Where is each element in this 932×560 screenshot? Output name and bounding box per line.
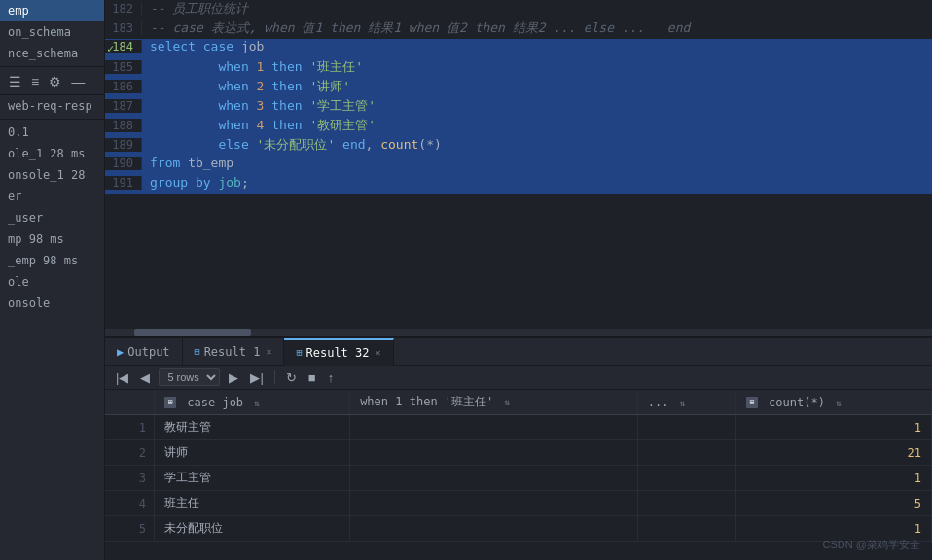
code-line-185: 185 when 1 then '班主任' <box>105 58 932 78</box>
cell-case-job-1: 讲师 <box>155 440 350 466</box>
line-content-189[interactable]: else '未分配职位' end, count(*) <box>142 136 932 154</box>
line-content-184[interactable]: select case job <box>142 39 932 53</box>
editor-scrollbar[interactable] <box>105 329 932 336</box>
line-num-191: 191 <box>105 176 142 190</box>
tab-result32[interactable]: ⊞ Result 32 ✕ <box>284 338 393 366</box>
sidebar-item-on-schema[interactable]: on_schema <box>0 21 104 43</box>
sidebar: emp on_schema nce_schema ☰ ≡ ⚙ — web-req… <box>0 0 105 560</box>
sidebar-item-ole1[interactable]: ole_1 28 ms <box>0 143 104 164</box>
code-line-182: 182 -- 员工职位统计 <box>105 0 932 19</box>
stop-btn[interactable]: ■ <box>305 369 319 386</box>
th-when[interactable]: when 1 then '班主任' ⇅ <box>350 390 638 415</box>
line-content-188[interactable]: when 4 then '教研主管' <box>142 117 932 134</box>
result1-icon: ⊞ <box>195 346 200 357</box>
results-table: ⊞ case job ⇅ when 1 then '班主任' ⇅ ... ⇅ <box>105 390 932 560</box>
cell-when-0 <box>350 415 638 440</box>
sort-icon-dots[interactable]: ⇅ <box>680 398 686 408</box>
th-count-icon: ⊞ <box>746 397 758 408</box>
sidebar-item-emp[interactable]: _emp 98 ms <box>0 250 104 271</box>
code-line-191: 191 group by job; <box>105 175 932 194</box>
sidebar-divider-1 <box>0 66 104 67</box>
cell-row-num-4: 5 <box>105 516 155 542</box>
cell-row-num-1: 2 <box>105 440 155 466</box>
code-line-190: 190 from tb_emp <box>105 156 932 175</box>
sidebar-toolbar: ☰ ≡ ⚙ — <box>0 69 104 95</box>
cell-when-1 <box>350 440 638 466</box>
sidebar-item-mp[interactable]: mp 98 ms <box>0 228 104 250</box>
sidebar-item-onsole[interactable]: onsole <box>0 293 104 314</box>
line-num-184: ✓ 184 <box>105 40 142 53</box>
table-row: 4 班主任 5 <box>105 491 932 516</box>
export-btn[interactable]: ↑ <box>325 369 338 386</box>
table-row: 5 未分配职位 1 <box>105 516 932 542</box>
line-content-182[interactable]: -- 员工职位统计 <box>142 0 932 18</box>
line-num-186: 186 <box>105 80 142 93</box>
code-line-183: 183 -- case 表达式, when 值1 then 结果1 when 值… <box>105 19 932 39</box>
bottom-tabs: ▶ Output ⊞ Result 1 ✕ ⊞ Result 32 ✕ <box>105 338 932 366</box>
result1-close-icon[interactable]: ✕ <box>266 346 271 357</box>
table-body: 1 教研主管 1 2 讲师 21 3 学工主管 1 4 班主任 5 5 未分配职… <box>105 415 932 542</box>
line-content-190[interactable]: from tb_emp <box>142 156 932 170</box>
line-content-187[interactable]: when 3 then '学工主管' <box>142 97 932 115</box>
sidebar-minus-icon[interactable]: — <box>68 73 88 90</box>
sidebar-item-console1[interactable]: onsole_1 28 <box>0 164 104 186</box>
th-case-job[interactable]: ⊞ case job ⇅ <box>155 390 350 415</box>
tab-output[interactable]: ▶ Output <box>105 338 183 366</box>
sidebar-list-icon[interactable]: ≡ <box>28 73 42 90</box>
code-line-189: 189 else '未分配职位' end, count(*) <box>105 136 932 156</box>
sidebar-filter-icon[interactable]: ☰ <box>6 73 24 90</box>
sort-icon-when[interactable]: ⇅ <box>505 397 511 407</box>
line-content-191[interactable]: group by job; <box>142 175 932 190</box>
last-page-btn[interactable]: ▶| <box>247 369 266 386</box>
bottom-panel: ▶ Output ⊞ Result 1 ✕ ⊞ Result 32 ✕ |◀ ◀… <box>105 336 932 560</box>
line-content-183[interactable]: -- case 表达式, when 值1 then 结果1 when 值2 th… <box>142 19 932 37</box>
line-content-185[interactable]: when 1 then '班主任' <box>142 58 932 76</box>
code-editor: 182 -- 员工职位统计 183 -- case 表达式, when 值1 t… <box>105 0 932 336</box>
line-content-186[interactable]: when 2 then '讲师' <box>142 78 932 95</box>
cell-case-job-2: 学工主管 <box>155 466 350 491</box>
cell-dots-4 <box>637 516 735 542</box>
cell-count-2: 1 <box>735 466 931 491</box>
sidebar-item-emp[interactable]: emp <box>0 0 104 21</box>
th-count[interactable]: ⊞ count(*) ⇅ <box>735 390 931 415</box>
prev-page-btn[interactable]: ◀ <box>137 369 153 386</box>
next-page-btn[interactable]: ▶ <box>226 369 241 386</box>
result32-icon: ⊞ <box>296 347 302 358</box>
result32-close-icon[interactable]: ✕ <box>376 347 381 358</box>
cell-dots-2 <box>637 466 735 491</box>
th-dots[interactable]: ... ⇅ <box>637 390 735 415</box>
result32-label: Result 32 <box>305 346 369 360</box>
output-label: Output <box>127 345 169 359</box>
th-row-num <box>105 390 155 415</box>
code-line-186: 186 when 2 then '讲师' <box>105 78 932 97</box>
watermark: CSDN @菜鸡学安全 <box>823 538 920 552</box>
sidebar-item-er[interactable]: er <box>0 186 104 207</box>
first-page-btn[interactable]: |◀ <box>113 369 131 386</box>
sort-icon-count[interactable]: ⇅ <box>836 398 842 408</box>
sidebar-item-0-1[interactable]: 0.1 <box>0 122 104 143</box>
cell-when-2 <box>350 466 638 491</box>
line-num-187: 187 <box>105 99 142 113</box>
sidebar-item-web-req-resp[interactable]: web-req-resp <box>0 95 104 117</box>
cell-dots-0 <box>637 415 735 440</box>
cell-count-3: 5 <box>735 491 931 516</box>
table-header-row: ⊞ case job ⇅ when 1 then '班主任' ⇅ ... ⇅ <box>105 390 932 415</box>
cell-row-num-2: 3 <box>105 466 155 491</box>
sort-icon-case-job[interactable]: ⇅ <box>254 398 260 408</box>
rows-select[interactable]: 5 rows <box>159 368 220 386</box>
output-icon: ▶ <box>117 345 124 359</box>
line-num-189: 189 <box>105 138 142 152</box>
tab-result1[interactable]: ⊞ Result 1 ✕ <box>183 338 285 366</box>
cell-case-job-0: 教研主管 <box>155 415 350 440</box>
sidebar-gear-icon[interactable]: ⚙ <box>46 73 64 90</box>
sidebar-item-user[interactable]: _user <box>0 207 104 228</box>
sidebar-divider-2 <box>0 119 104 120</box>
cell-count-1: 21 <box>735 440 931 466</box>
table-row: 2 讲师 21 <box>105 440 932 466</box>
sidebar-item-nce-schema[interactable]: nce_schema <box>0 43 104 64</box>
sidebar-item-ole[interactable]: ole <box>0 271 104 293</box>
toolbar-sep-1 <box>274 370 275 384</box>
line-num-183: 183 <box>105 21 142 35</box>
table-row: 1 教研主管 1 <box>105 415 932 440</box>
refresh-btn[interactable]: ↻ <box>283 369 300 386</box>
